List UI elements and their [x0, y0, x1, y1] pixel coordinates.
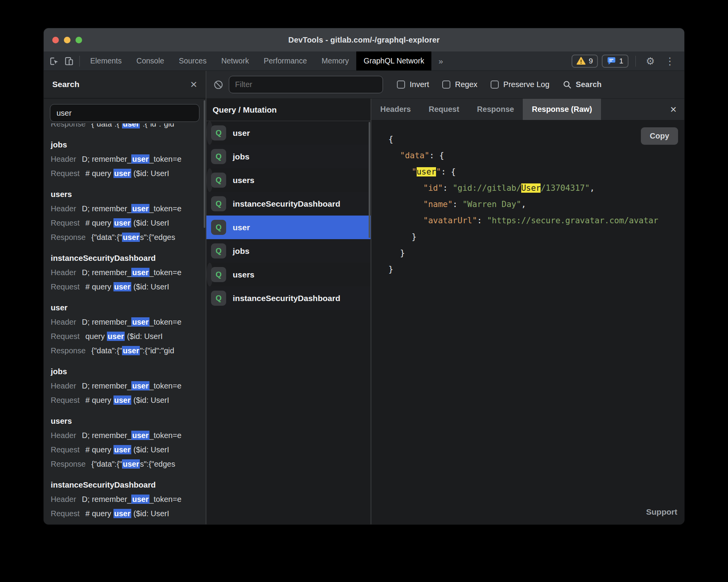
device-toolbar-icon[interactable] — [64, 56, 74, 66]
checkbox-regex[interactable]: Regex — [442, 80, 477, 89]
response-tab-request[interactable]: Request — [420, 99, 468, 120]
query-type-badge: Q — [211, 243, 226, 258]
response-panel: HeadersRequestResponseResponse (Raw)× {"… — [371, 99, 684, 524]
devtools-window: DevTools - gitlab.com/-/graphql-explorer… — [43, 28, 685, 525]
query-item-jobs[interactable]: Qjobs — [206, 239, 371, 263]
messages-badge[interactable]: 1 — [602, 55, 628, 68]
tab-memory[interactable]: Memory — [314, 51, 356, 70]
checkbox-invert[interactable]: Invert — [397, 80, 429, 89]
tab-performance[interactable]: Performance — [256, 51, 314, 70]
kebab-menu-icon[interactable]: ⋮ — [662, 56, 678, 66]
query-item-user[interactable]: Quser — [206, 121, 213, 145]
search-result-section-title: instanceSecurityDashboard — [51, 251, 206, 265]
devtools-tab-strip: ElementsConsoleSourcesNetworkPerformance… — [83, 51, 431, 70]
checkbox-box-icon[interactable] — [397, 80, 405, 89]
json-line: { — [371, 131, 684, 147]
json-line: } — [371, 245, 684, 261]
warnings-badge[interactable]: 9 — [572, 55, 598, 68]
search-result-line[interactable]: HeaderD; remember_user_token=e — [51, 379, 206, 393]
json-line: "name": "Warren Day", — [371, 196, 684, 212]
search-result-line[interactable]: Response{"data":{"user":{"id":"gid — [51, 123, 206, 131]
search-close-icon[interactable]: × — [190, 79, 197, 90]
response-tab-response[interactable]: Response — [468, 99, 523, 120]
search-result-line[interactable]: Request# query user ($id: UserI — [51, 507, 206, 521]
toolbar-right-icons: 9 1 ⚙ ⋮ — [572, 51, 684, 70]
filter-search-label: Search — [576, 80, 602, 89]
toolbar-left-icons — [44, 51, 76, 70]
traffic-lights — [52, 28, 82, 51]
filter-input[interactable] — [229, 76, 383, 93]
more-tabs-chevron[interactable]: » — [431, 51, 450, 70]
toolbar-separator — [79, 56, 80, 67]
query-type-badge: Q — [211, 220, 226, 235]
search-result-line[interactable]: Request# query user ($id: UserI — [51, 393, 206, 407]
checkbox-box-icon[interactable] — [442, 80, 450, 89]
search-input[interactable] — [50, 104, 199, 122]
minimize-window-button[interactable] — [64, 37, 70, 43]
search-result-line[interactable]: HeaderD; remember_user_token=e — [51, 202, 206, 216]
search-result-line[interactable]: Response{"data":{"users":{"edges — [51, 230, 206, 245]
query-list-scrollbar[interactable] — [369, 122, 370, 238]
warning-icon — [577, 57, 585, 65]
search-result-line[interactable]: HeaderD; remember_user_token=e — [51, 428, 206, 443]
json-code: {"data": {"user": {"id": "gid://gitlab/U… — [371, 131, 684, 277]
tab-elements[interactable]: Elements — [83, 51, 129, 70]
copy-button[interactable]: Copy — [641, 127, 678, 145]
search-results: Response{"data":{"user":{"id":"gidjobsHe… — [44, 123, 206, 524]
block-clear-icon[interactable] — [213, 80, 223, 90]
support-link[interactable]: Support — [646, 507, 677, 517]
search-result-line[interactable]: Response{"data":{"users":{"edges — [51, 457, 206, 471]
gear-icon[interactable]: ⚙ — [643, 56, 658, 66]
json-line: "avatarUrl": "https://secure.gravatar.co… — [371, 212, 684, 229]
devtools-toolbar: ElementsConsoleSourcesNetworkPerformance… — [44, 51, 684, 71]
search-panel: Search × Response{"data":{"user":{"id":"… — [44, 71, 206, 524]
search-result-line[interactable]: HeaderD; remember_user_token=e — [51, 315, 206, 329]
filter-search-button[interactable]: Search — [563, 80, 602, 89]
title-bar: DevTools - gitlab.com/-/graphql-explorer — [44, 28, 684, 51]
query-item-users[interactable]: Qusers — [206, 168, 213, 192]
query-item-user[interactable]: Quser — [206, 216, 371, 239]
warning-count: 9 — [589, 57, 593, 65]
query-item-instancesecuritydashboard[interactable]: QinstanceSecurityDashboard — [206, 192, 371, 216]
json-line: "user": { — [371, 164, 684, 180]
search-result-line[interactable]: HeaderD; remember_user_token=e — [51, 152, 206, 166]
json-line: } — [371, 229, 684, 245]
search-result-line[interactable]: HeaderD; remember_user_token=e — [51, 492, 206, 507]
search-result-line[interactable]: Request# query user ($id: UserI — [51, 216, 206, 230]
response-tab-strip: HeadersRequestResponseResponse (Raw)× — [371, 99, 684, 120]
query-type-badge: Q — [211, 149, 226, 164]
search-panel-scrollbar[interactable] — [204, 100, 205, 228]
window-title: DevTools - gitlab.com/-/graphql-explorer — [288, 36, 440, 45]
query-type-badge: Q — [211, 173, 226, 188]
search-result-line[interactable]: Requestquery user ($id: UserI — [51, 329, 206, 344]
response-close-icon[interactable]: × — [670, 99, 684, 120]
search-result-section-title: users — [51, 414, 206, 428]
search-result-line[interactable]: HeaderD; remember_user_token=e — [51, 265, 206, 280]
tab-network[interactable]: Network — [214, 51, 256, 70]
search-result-section-title: user — [51, 300, 206, 315]
checkbox-box-icon[interactable] — [491, 80, 499, 89]
close-window-button[interactable] — [52, 37, 59, 43]
search-panel-title: Search — [52, 80, 79, 89]
tab-sources[interactable]: Sources — [172, 51, 214, 70]
response-tab-response-raw[interactable]: Response (Raw) — [523, 99, 601, 120]
checkbox-label: Invert — [410, 80, 429, 89]
json-line: "data": { — [371, 147, 684, 164]
search-result-line[interactable]: Response{"data":{"user":{"id":"gid — [51, 344, 206, 358]
search-result-line[interactable]: Request# query user ($id: UserI — [51, 443, 206, 457]
response-body: {"data": {"user": {"id": "gid://gitlab/U… — [371, 120, 684, 524]
response-tab-headers[interactable]: Headers — [371, 99, 420, 120]
query-item-instancesecuritydashboard[interactable]: QinstanceSecurityDashboard — [206, 286, 371, 310]
query-item-users[interactable]: Qusers — [206, 263, 213, 286]
search-result-line[interactable]: Request# query user ($id: UserI — [51, 280, 206, 294]
checkbox-preserve-log[interactable]: Preserve Log — [491, 80, 549, 89]
query-type-badge: Q — [211, 125, 226, 140]
query-panel-title: Query / Mutation — [206, 99, 371, 121]
tab-graphql-network[interactable]: GraphQL Network — [356, 51, 431, 70]
checkbox-label: Regex — [455, 80, 477, 89]
search-result-line[interactable]: Request# query user ($id: UserI — [51, 166, 206, 181]
zoom-window-button[interactable] — [76, 37, 82, 43]
tab-console[interactable]: Console — [129, 51, 172, 70]
inspect-element-icon[interactable] — [49, 56, 59, 66]
query-item-jobs[interactable]: Qjobs — [206, 145, 371, 168]
